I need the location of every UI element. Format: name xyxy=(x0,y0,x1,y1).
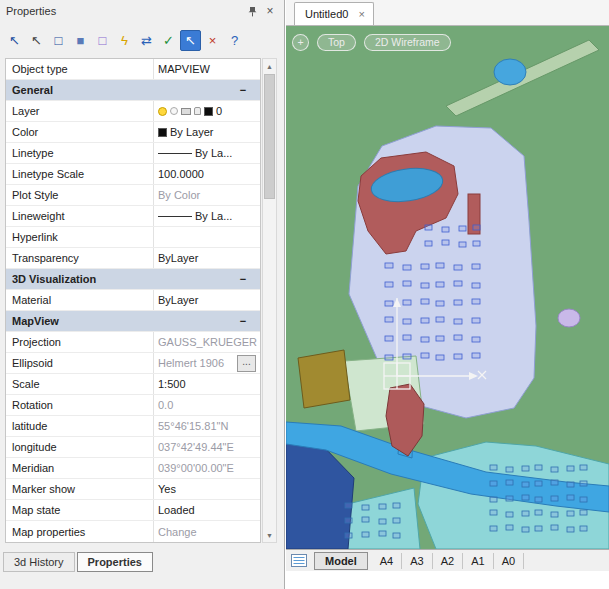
linetype-value: By La... xyxy=(195,147,232,159)
property-row-mapview[interactable]: MapView− xyxy=(6,311,260,332)
property-value[interactable]: ByLayer xyxy=(154,294,260,306)
property-text: By Color xyxy=(158,189,200,201)
layout-tab-a4[interactable]: A4 xyxy=(372,553,402,569)
property-row-plot-style[interactable]: Plot StyleBy Color xyxy=(6,185,260,206)
select-grid-icon[interactable]: □ xyxy=(92,30,113,51)
help-icon[interactable]: ? xyxy=(224,30,245,51)
property-row-ellipsoid[interactable]: EllipsoidHelmert 1906... xyxy=(6,353,260,374)
property-row-3d-visualization[interactable]: 3D Visualization− xyxy=(6,269,260,290)
property-label: Marker show xyxy=(6,479,154,499)
property-value[interactable]: 100.0000 xyxy=(154,168,260,180)
model-viewport[interactable]: + Top 2D Wireframe xyxy=(286,26,609,549)
layout-tab-a3[interactable]: A3 xyxy=(402,553,432,569)
property-value[interactable]: Yes xyxy=(154,483,260,495)
property-row-lineweight[interactable]: LineweightBy La... xyxy=(6,206,260,227)
pick-object-icon[interactable]: ↖ xyxy=(180,30,201,51)
property-row-meridian[interactable]: Meridian039°00'00.00"E xyxy=(6,458,260,479)
cancel-icon[interactable]: × xyxy=(202,30,223,51)
property-row-linetype[interactable]: LinetypeBy La... xyxy=(6,143,260,164)
sync-selection-icon[interactable]: ⇄ xyxy=(136,30,157,51)
property-value[interactable]: MAPVIEW xyxy=(154,63,260,75)
bulb-icon[interactable] xyxy=(158,107,167,116)
grid-scrollbar[interactable]: ▲ ▼ xyxy=(262,58,277,543)
panel-bottom-tabs: 3d HistoryProperties xyxy=(3,550,153,574)
property-row-color[interactable]: ColorBy Layer xyxy=(6,122,260,143)
property-row-object-type[interactable]: Object typeMAPVIEW xyxy=(6,59,260,80)
layout-tab-a1[interactable]: A1 xyxy=(463,553,493,569)
plot-icon[interactable] xyxy=(181,108,191,115)
pointer-icon[interactable]: ↖ xyxy=(26,30,47,51)
tab-close-icon[interactable]: × xyxy=(358,8,364,20)
property-value[interactable]: By La... xyxy=(154,210,260,222)
freeze-icon[interactable] xyxy=(170,107,178,115)
layout-tab-a2[interactable]: A2 xyxy=(433,553,463,569)
drawing-area: Untitled0 × + Top 2D Wireframe ModelA4A3… xyxy=(286,0,609,589)
property-row-projection[interactable]: ProjectionGAUSS_KRUEGER xyxy=(6,332,260,353)
property-value[interactable]: By Color xyxy=(154,189,260,201)
property-label: Lineweight xyxy=(6,206,154,226)
property-label: Transparency xyxy=(6,248,154,268)
panel-tab-properties[interactable]: Properties xyxy=(77,552,153,572)
color-value: By Layer xyxy=(170,126,213,138)
property-value[interactable]: Change xyxy=(154,526,260,538)
viewport-visualstyle-control[interactable]: 2D Wireframe xyxy=(364,34,451,51)
property-value[interactable]: Loaded xyxy=(154,504,260,516)
pointer-plus-icon[interactable]: ↖ xyxy=(4,30,25,51)
property-row-latitude[interactable]: latitude55°46'15.81"N xyxy=(6,416,260,437)
property-label: Layer xyxy=(6,101,154,121)
property-row-linetype-scale[interactable]: Linetype Scale100.0000 xyxy=(6,164,260,185)
quick-filter-icon[interactable]: ϟ xyxy=(114,30,135,51)
property-label: longitude xyxy=(6,437,154,457)
property-value[interactable]: GAUSS_KRUEGER xyxy=(154,336,260,348)
scroll-thumb[interactable] xyxy=(264,74,275,199)
viewport-view-control[interactable]: Top xyxy=(317,34,356,51)
layout-tab-model[interactable]: Model xyxy=(314,552,368,570)
layout-tab-a0[interactable]: A0 xyxy=(494,553,524,569)
section-collapse-icon[interactable]: − xyxy=(236,315,250,327)
apply-icon[interactable]: ✓ xyxy=(158,30,179,51)
property-label: Meridian xyxy=(6,458,154,478)
property-text: Helmert 1906 xyxy=(158,357,224,369)
property-value[interactable]: By Layer xyxy=(154,126,260,138)
browse-button[interactable]: ... xyxy=(237,355,256,372)
section-collapse-icon[interactable]: − xyxy=(236,84,250,96)
property-row-rotation[interactable]: Rotation0.0 xyxy=(6,395,260,416)
property-value[interactable]: ByLayer xyxy=(154,252,260,264)
property-text: 037°42'49.44"E xyxy=(158,441,234,453)
property-row-map-properties[interactable]: Map propertiesChange xyxy=(6,521,260,542)
select-group-icon[interactable]: ■ xyxy=(70,30,91,51)
property-value[interactable]: 55°46'15.81"N xyxy=(154,420,260,432)
select-window-icon[interactable]: □ xyxy=(48,30,69,51)
property-row-marker-show[interactable]: Marker showYes xyxy=(6,479,260,500)
lock-icon[interactable] xyxy=(194,107,201,115)
property-value[interactable]: 037°42'49.44"E xyxy=(154,441,260,453)
property-value[interactable]: 1:500 xyxy=(154,378,260,390)
property-row-longitude[interactable]: longitude037°42'49.44"E xyxy=(6,437,260,458)
property-value[interactable]: 0.0 xyxy=(154,399,260,411)
property-value[interactable]: 0 xyxy=(154,105,260,117)
document-tab-untitled0[interactable]: Untitled0 × xyxy=(294,2,374,25)
scroll-up-icon[interactable]: ▲ xyxy=(263,59,276,73)
property-row-transparency[interactable]: TransparencyByLayer xyxy=(6,248,260,269)
property-row-hyperlink[interactable]: Hyperlink xyxy=(6,227,260,248)
scroll-down-icon[interactable]: ▼ xyxy=(263,528,276,542)
section-collapse-icon[interactable]: − xyxy=(236,273,250,285)
property-row-scale[interactable]: Scale1:500 xyxy=(6,374,260,395)
property-row-layer[interactable]: Layer0 xyxy=(6,101,260,122)
pin-icon[interactable] xyxy=(244,4,260,19)
panel-tab-3d-history[interactable]: 3d History xyxy=(3,552,75,572)
layout-sheets-icon[interactable] xyxy=(290,553,308,568)
lavender-blob-east xyxy=(558,309,580,327)
map-svg[interactable] xyxy=(286,26,609,549)
property-value[interactable]: 039°00'00.00"E xyxy=(154,462,260,474)
property-row-map-state[interactable]: Map stateLoaded xyxy=(6,500,260,521)
property-row-material[interactable]: MaterialByLayer xyxy=(6,290,260,311)
property-row-general[interactable]: General− xyxy=(6,80,260,101)
swatch-icon[interactable] xyxy=(204,107,213,116)
property-label: Map state xyxy=(6,500,154,520)
viewport-plus-control[interactable]: + xyxy=(292,34,309,51)
property-label: Material xyxy=(6,290,154,310)
close-panel-icon[interactable]: × xyxy=(262,4,278,19)
property-value[interactable]: Helmert 1906... xyxy=(154,355,260,372)
property-value[interactable]: By La... xyxy=(154,147,260,159)
